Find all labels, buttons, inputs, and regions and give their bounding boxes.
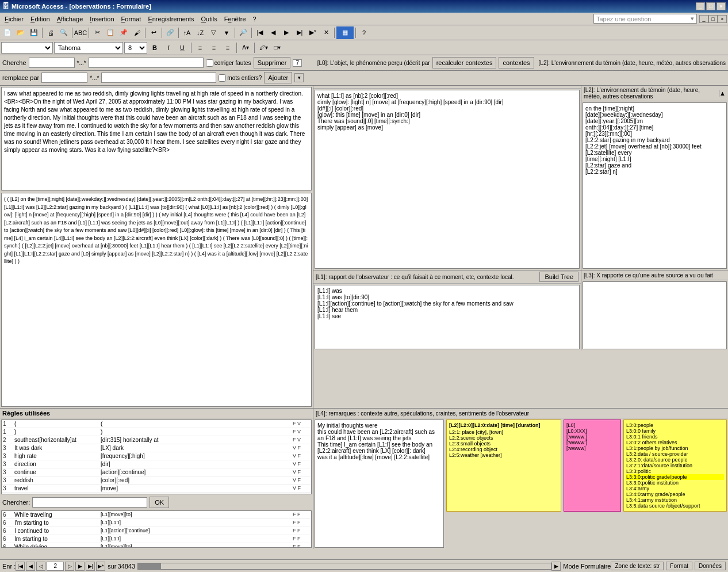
nav-prev[interactable]: ◀ [267, 26, 279, 39]
corriger-fautes-check[interactable]: corriger fautes [206, 59, 251, 67]
minimize-button[interactable]: _ [696, 2, 705, 10]
rules-list[interactable]: 1 ( ( F V 1 ) ) F V 2 southeast[horizont… [1, 420, 312, 494]
L4-text[interactable]: My initial thoughts were this could have… [315, 420, 444, 548]
search-bar: Cherche *...* corriger fautes Supprimer … [0, 55, 728, 71]
italic-button[interactable]: I [162, 41, 175, 54]
ajouter-button[interactable]: Ajouter [264, 72, 292, 83]
help2-button[interactable]: ? [358, 26, 370, 39]
view-button[interactable]: ▦ [336, 26, 354, 39]
window-min-inner[interactable]: _ [699, 15, 708, 23]
preview-button[interactable]: 🔍 [58, 26, 70, 39]
border-button[interactable]: □▾ [271, 41, 283, 54]
build-tree-button[interactable]: Build Tree [539, 272, 578, 282]
undo-button[interactable]: ↩ [147, 26, 160, 39]
apply-filter-button[interactable]: ▼ [220, 26, 233, 39]
object-select[interactable] [1, 42, 53, 54]
underline-button[interactable]: U [176, 41, 189, 54]
sentences-list[interactable]: 6 While traveling [L1][move][to] F F 6 I… [1, 510, 312, 548]
toolbar-sep-5 [162, 28, 162, 38]
ajouter-arrow[interactable]: ▾ [294, 73, 304, 82]
mots-entiers-checkbox[interactable] [219, 74, 226, 82]
align-center-button[interactable]: ≡ [208, 41, 220, 54]
menu-help[interactable]: ? [250, 14, 260, 24]
copy-button[interactable]: 📋 [104, 26, 117, 39]
L2-line-8: [L2:satellite] every [585, 150, 724, 156]
restore-button[interactable]: □ [706, 2, 715, 10]
replace-input[interactable] [41, 73, 87, 83]
sent-row-3: 6 I continued to [L1][action][:continue]… [2, 527, 311, 535]
dropdown-arrow-icon[interactable]: ▾ [691, 15, 694, 22]
window-restore-inner[interactable]: □ [708, 15, 718, 23]
nav-last[interactable]: ▶| [293, 26, 306, 39]
menu-insertion[interactable]: Insertion [86, 14, 117, 24]
delete-button[interactable]: ✕ [320, 26, 332, 39]
L2-content[interactable]: on the [time][:night] [date][:weekday:][… [583, 102, 727, 269]
L4-text-line-4: was it a [altitude][:low] [move] [L2:2:s… [317, 454, 441, 460]
replace-pattern[interactable] [101, 73, 216, 83]
note-L3-line-9: L3:3:politic [626, 468, 724, 474]
menu-fichier[interactable]: Fichier [1, 14, 27, 24]
open-button[interactable]: 📂 [14, 26, 27, 39]
sort-desc-button[interactable]: ↓Z [194, 26, 206, 39]
align-left-button[interactable]: ≡ [194, 41, 206, 54]
size-select[interactable]: 8 [124, 42, 147, 54]
help-search-box[interactable]: Tapez une question ▾ [593, 14, 697, 24]
mots-entiers-check[interactable]: mots entiers? [219, 74, 262, 82]
recalculer-button[interactable]: recalculer contextes [432, 57, 497, 68]
nav-first[interactable]: |◀ [254, 26, 266, 39]
corriger-checkbox[interactable] [206, 59, 213, 67]
find-button[interactable]: 🔎 [237, 26, 250, 39]
menu-edition[interactable]: Edition [27, 14, 53, 24]
sort-asc-button[interactable]: ↑A [181, 26, 193, 39]
rules-ok-button[interactable]: OK [150, 497, 169, 508]
L2-scrollbar-btn[interactable]: ▲ [719, 90, 726, 97]
paste-button[interactable]: 📌 [117, 26, 130, 39]
parsed-area[interactable]: ( ( [L2] on the [time][:night] [date][:w… [1, 193, 312, 407]
menu-outils[interactable]: Outils [198, 14, 221, 24]
L0-content[interactable]: what [L1:I] as [nb]:2 [color][:red] diml… [315, 90, 580, 269]
L1-content[interactable]: [L1:I] was [L1:I] was [to][dir:90] [L1:I… [315, 285, 580, 349]
note-L0-line-1: [L0] [566, 422, 618, 428]
menu-format[interactable]: Format [118, 14, 145, 24]
font-color-button[interactable]: A▾ [239, 41, 252, 54]
font-select[interactable]: Tahoma [54, 42, 123, 54]
fmt-sep-1 [191, 43, 191, 53]
L1-content-line-4: [L1:I] hear them [317, 307, 577, 313]
L2-line-2: [date][:weekday:][:wednesday] [585, 112, 724, 118]
filter-button[interactable]: ▽ [207, 26, 220, 39]
toolbar-sep-3 [89, 28, 89, 38]
bottom-area: Règles utilisées 1 ( ( F V 1 ) ) F V 2 s… [0, 408, 728, 549]
hyperlink-button[interactable]: 🔗 [164, 26, 177, 39]
highlight-button[interactable]: 🖊▾ [257, 41, 270, 54]
L2-line-9: [time][:night] [L1:I] [585, 156, 724, 162]
bold-button[interactable]: B [148, 41, 161, 54]
spell-button[interactable]: ABC [74, 26, 87, 39]
rule-row-9: 3 travel [move] V F [2, 485, 311, 493]
nav-new[interactable]: ▶* [306, 26, 319, 39]
L3-header: [L3]: X rapporte ce qu'une autre source … [581, 270, 728, 280]
align-right-button[interactable]: ≡ [221, 41, 234, 54]
menu-affichage[interactable]: Affichage [53, 14, 87, 24]
print-button[interactable]: 🖨 [44, 26, 57, 39]
cherche-input[interactable] [29, 58, 75, 68]
main-text-area[interactable]: I saw what appeared to me as two reddish… [1, 87, 312, 190]
nav-next[interactable]: ▶ [280, 26, 293, 39]
cut-button[interactable]: ✂ [91, 26, 104, 39]
format-painter-button[interactable]: 🖌 [131, 26, 143, 39]
menu-enregistrements[interactable]: Enregistrements [144, 14, 197, 24]
save-button[interactable]: 💾 [28, 26, 40, 39]
L3-content[interactable] [583, 281, 727, 349]
menu-fenetre[interactable]: Fenêtre [221, 14, 250, 24]
rules-search-input[interactable] [32, 497, 147, 508]
new-button[interactable]: 📄 [1, 26, 14, 39]
cherche-pattern[interactable] [89, 58, 204, 68]
note-L3-line-1: L3:0:people [626, 422, 724, 428]
close-button[interactable]: × [716, 2, 726, 10]
window-close-inner[interactable]: × [718, 15, 727, 23]
window-controls[interactable]: _ □ × [696, 2, 726, 10]
L0-line-2: dimly [glow]: [light] n] [move] at [freq… [317, 99, 577, 105]
toolbar-sep-6 [178, 28, 179, 38]
note-L0-line-5: [:wwww] [566, 445, 618, 451]
contextes-button[interactable]: contextes [499, 57, 534, 68]
supprimer-button[interactable]: Supprimer [254, 57, 291, 68]
